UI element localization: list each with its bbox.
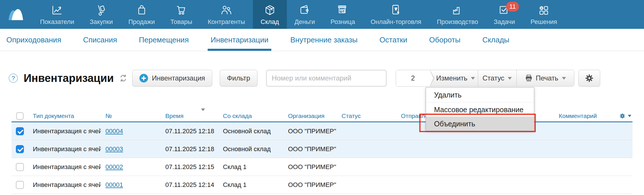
printer-icon	[525, 74, 533, 82]
doc-number-link[interactable]: 00001	[105, 181, 123, 188]
row-checkbox[interactable]	[16, 145, 24, 153]
topnav-item-production[interactable]: Производство	[429, 0, 486, 29]
subnav-label: Списания	[83, 35, 117, 44]
doc-type: Инвентаризация с ячей	[28, 127, 101, 135]
sales-icon	[135, 3, 148, 17]
header-comment[interactable]: Комментарий	[554, 112, 618, 119]
search-input[interactable]	[266, 70, 387, 87]
topnav-label: Розница	[331, 18, 355, 26]
topnav-label: Контрагенты	[208, 18, 245, 26]
subnav-label: Обороты	[429, 35, 461, 44]
topnav-item-counterparties[interactable]: Контрагенты	[200, 0, 253, 29]
online-trade-icon	[389, 3, 403, 17]
topnav-label: Склад	[261, 18, 279, 26]
plus-icon	[139, 74, 148, 82]
header-status[interactable]: Статус	[337, 112, 396, 119]
menu-item-mass-edit[interactable]: Массовое редактирование	[426, 102, 534, 117]
filter-button[interactable]: Фильтр	[220, 70, 257, 87]
topnav-label: Товары	[171, 18, 192, 26]
topnav-item-metrics[interactable]: Показатели	[32, 0, 82, 29]
header-type[interactable]: Тип документа	[28, 112, 101, 119]
refresh-icon[interactable]	[119, 74, 128, 82]
subnav-item-oboroty[interactable]: Обороты	[429, 29, 461, 51]
subnav-label: Перемещения	[139, 35, 189, 44]
topnav-item-goods[interactable]: Товары	[163, 0, 200, 29]
menu-item-merge[interactable]: Объединить	[426, 117, 534, 131]
gear-icon	[619, 113, 626, 119]
doc-time: 07.11.2025 12:14	[161, 181, 218, 189]
print-dropdown-button[interactable]: Печать	[516, 70, 574, 86]
topnav-item-tasks[interactable]: 11 Задачи	[486, 0, 523, 29]
subnav-label: Склады	[482, 35, 509, 44]
app-logo[interactable]	[0, 0, 32, 29]
select-all-checkbox[interactable]	[12, 112, 28, 120]
topnav-label: Решения	[531, 18, 557, 26]
chevron-down-icon	[628, 115, 631, 117]
gear-icon	[585, 74, 594, 83]
topnav-item-online-trade[interactable]: Онлайн-торговля	[363, 0, 429, 29]
doc-number-link[interactable]: 00003	[105, 145, 123, 153]
table-row[interactable]: Инвентаризация с ячей 00002 07.11.2025 1…	[12, 158, 632, 176]
edit-dropdown-button[interactable]: Изменить	[430, 70, 478, 86]
checkbox[interactable]	[16, 112, 24, 120]
row-checkbox[interactable]	[16, 181, 24, 189]
warehouse-icon	[263, 3, 276, 17]
topnav-label: Закупки	[90, 18, 113, 26]
top-navigation: Показатели Закупки Продажи Товары	[0, 0, 644, 29]
table-header-row: Тип документа № Время Со склада Организа…	[12, 110, 632, 122]
goods-icon	[175, 3, 188, 17]
bulk-actions-bar: 2 Изменить Статус Печать	[396, 70, 574, 87]
doc-time: 07.11.2025 12:15	[161, 163, 218, 171]
topnav-item-solutions[interactable]: Решения	[523, 0, 565, 29]
edit-dropdown-menu: Удалить Массовое редактирование Объедини…	[426, 87, 534, 131]
inventory-table: Тип документа № Время Со склада Организа…	[12, 110, 632, 194]
apps-icon	[537, 3, 550, 17]
counterparties-icon	[220, 3, 233, 17]
row-checkbox[interactable]	[16, 127, 24, 135]
header-from-warehouse[interactable]: Со склада	[218, 112, 283, 119]
subnav-item-vnutrennie-zakazy[interactable]: Внутренние заказы	[290, 29, 358, 51]
help-icon[interactable]: ?	[9, 74, 18, 83]
topnav-label: Продажи	[128, 18, 155, 26]
row-checkbox[interactable]	[16, 163, 24, 171]
subnav-item-sklady[interactable]: Склады	[482, 29, 509, 51]
subnav-item-oprihodovaniya[interactable]: Оприходования	[6, 29, 61, 51]
table-row[interactable]: Инвентаризация с ячей 00001 07.11.2025 1…	[12, 176, 632, 194]
subnav-label: Остатки	[380, 35, 408, 44]
topnav-item-sales[interactable]: Продажи	[121, 0, 163, 29]
create-inventory-label: Инвентаризация	[152, 74, 205, 82]
header-organization[interactable]: Организация	[283, 112, 337, 119]
doc-organization: ООО "ПРИМЕР"	[283, 127, 337, 135]
moysklad-logo-icon	[7, 7, 26, 21]
page-title: Инвентаризации	[24, 72, 114, 85]
header-time-label: Время	[165, 112, 183, 119]
subnav-item-peremescheniya[interactable]: Перемещения	[139, 29, 189, 51]
status-dropdown-button[interactable]: Статус	[478, 70, 516, 86]
header-time[interactable]: Время	[161, 112, 218, 119]
column-settings-button[interactable]	[618, 113, 632, 119]
create-inventory-button[interactable]: Инвентаризация	[132, 70, 212, 87]
subnav-label: Инвентаризации	[211, 35, 268, 44]
edit-label: Изменить	[436, 74, 467, 82]
doc-time: 07.11.2025 12:18	[161, 145, 218, 153]
doc-organization: ООО "ПРИМЕР"	[283, 163, 337, 171]
topnav-item-warehouse[interactable]: Склад	[253, 0, 287, 29]
settings-button[interactable]	[578, 70, 600, 87]
tasks-count-badge: 11	[506, 2, 519, 12]
table-row[interactable]: Инвентаризация с ячей 00003 07.11.2025 1…	[12, 140, 632, 158]
topnav-item-purchases[interactable]: Закупки	[82, 0, 120, 29]
topnav-item-retail[interactable]: Розница	[323, 0, 363, 29]
header-number[interactable]: №	[101, 112, 161, 119]
subnav-item-spisaniya[interactable]: Списания	[83, 29, 117, 51]
doc-warehouse: Склад 1	[218, 181, 283, 189]
topnav-item-money[interactable]: Деньги	[287, 0, 323, 29]
subnav-item-ostatki[interactable]: Остатки	[380, 29, 408, 51]
warehouse-subnav: Оприходования Списания Перемещения Инвен…	[0, 29, 644, 51]
table-row[interactable]: Инвентаризация с ячей 00004 07.11.2025 1…	[12, 122, 632, 140]
doc-number-link[interactable]: 00004	[105, 127, 123, 135]
menu-item-delete[interactable]: Удалить	[426, 88, 534, 102]
doc-organization: ООО "ПРИМЕР"	[283, 145, 337, 153]
subnav-item-inventarizatsii[interactable]: Инвентаризации	[211, 29, 268, 51]
purchases-icon	[95, 3, 108, 17]
doc-number-link[interactable]: 00002	[105, 163, 123, 170]
